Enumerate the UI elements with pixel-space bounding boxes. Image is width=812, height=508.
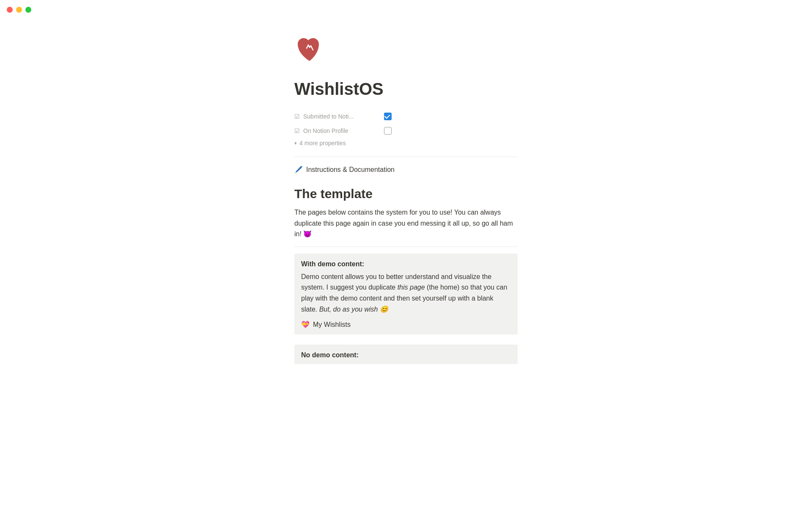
- divider-2: [294, 246, 518, 247]
- chevron-down-icon: ▾: [294, 141, 297, 146]
- my-wishlists-label: My Wishlists: [313, 321, 351, 329]
- property-label-notion-profile: ☑ On Notion Profile: [294, 127, 379, 134]
- with-demo-italic-end: But, do as you wish 😊: [319, 306, 388, 313]
- property-value-notion-profile[interactable]: [384, 127, 392, 135]
- close-button[interactable]: [7, 7, 13, 13]
- page-title: WishlistOS: [294, 79, 518, 99]
- checkbox-property-icon: ☑: [294, 113, 300, 120]
- divider-1: [294, 157, 518, 157]
- with-demo-block: With demo content: Demo content allows y…: [294, 254, 518, 334]
- page-icon[interactable]: [294, 34, 518, 69]
- traffic-lights: [7, 7, 31, 13]
- checkbox-property-icon-2: ☑: [294, 127, 300, 134]
- property-row-notion-profile: ☑ On Notion Profile: [294, 124, 518, 138]
- more-properties-label: 4 more properties: [299, 140, 346, 146]
- my-wishlists-emoji: 💝: [301, 320, 310, 329]
- properties-section: ☑ Submitted to Noti... ☑ On Notion Profi…: [294, 109, 518, 148]
- no-demo-title: No demo content:: [301, 351, 511, 359]
- checkbox-unchecked-notion-profile[interactable]: [384, 127, 392, 135]
- with-demo-content: Demo content allows you to better unders…: [301, 271, 511, 315]
- my-wishlists-link[interactable]: 💝 My Wishlists: [301, 320, 511, 329]
- property-value-submitted[interactable]: [384, 113, 392, 120]
- main-content: WishlistOS ☑ Submitted to Noti... ☑ On N…: [254, 0, 558, 449]
- with-demo-title: With demo content:: [301, 260, 511, 268]
- template-heading: The template: [294, 185, 518, 202]
- template-paragraph: The pages below contains the system for …: [294, 207, 518, 240]
- fullscreen-button[interactable]: [25, 7, 31, 13]
- instructions-label: Instructions & Documentation: [306, 166, 395, 174]
- instructions-link[interactable]: 🖊️ Instructions & Documentation: [294, 164, 518, 175]
- instructions-emoji: 🖊️: [294, 166, 303, 174]
- more-properties-toggle[interactable]: ▾ 4 more properties: [294, 138, 518, 148]
- checkbox-checked-submitted[interactable]: [384, 113, 392, 120]
- property-label-text-submitted: Submitted to Noti...: [303, 113, 354, 120]
- no-demo-block: No demo content:: [294, 345, 518, 364]
- property-label-text-notion-profile: On Notion Profile: [303, 127, 348, 134]
- minimize-button[interactable]: [16, 7, 22, 13]
- property-row-submitted: ☑ Submitted to Noti...: [294, 109, 518, 124]
- property-label-submitted: ☑ Submitted to Noti...: [294, 113, 379, 120]
- with-demo-italic: this page: [398, 284, 425, 291]
